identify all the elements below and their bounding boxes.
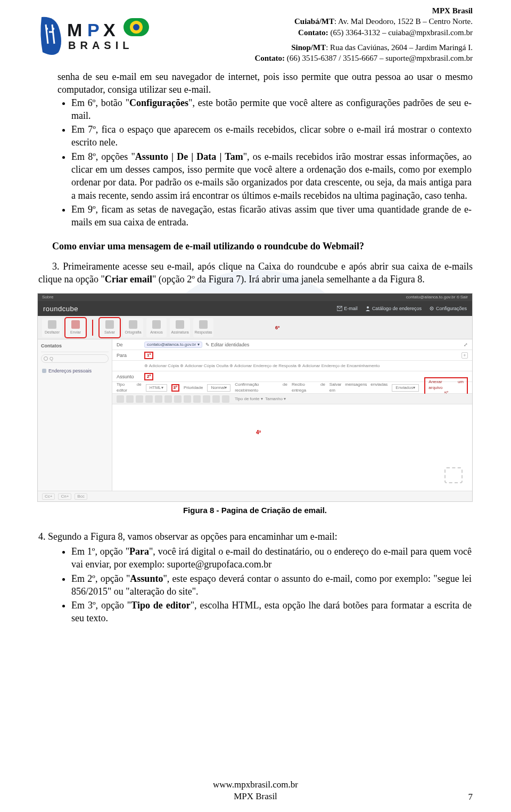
fig-row-subject: Assunto 2º bbox=[112, 371, 472, 382]
signature-icon bbox=[176, 320, 184, 329]
page-header: M P X BRASIL MPX Brasil Cuiabá/MT: Av. M… bbox=[38, 0, 473, 64]
svg-text:P: P bbox=[87, 20, 100, 40]
svg-point-13 bbox=[367, 306, 369, 308]
gear-icon bbox=[429, 306, 434, 311]
fig-sidebar: Contatos Q Endereços pessoais bbox=[38, 339, 112, 491]
footer-site: www.mpxbrasil.com.br bbox=[0, 779, 511, 791]
editor-btn-icon[interactable] bbox=[222, 395, 229, 403]
fig-row-from: De contato@alianca.to.gov.br ▾ ✎ Editar … bbox=[112, 339, 472, 350]
fig-tb-send[interactable]: Enviar bbox=[65, 318, 86, 337]
svg-text:M: M bbox=[67, 20, 82, 40]
fig-marker-1: 1º bbox=[144, 352, 153, 360]
editor-btn-icon[interactable] bbox=[155, 395, 162, 403]
bullet-a-3: Em 8º, opções "Assunto | De | Data | Tam… bbox=[71, 150, 472, 202]
svg-point-10 bbox=[133, 24, 139, 30]
fig-side-personal[interactable]: Endereços pessoais bbox=[41, 366, 109, 376]
fig-brandbar: roundcube E-mail Catálogo de endereços C… bbox=[38, 301, 472, 316]
fig-tab-address[interactable]: Catálogo de endereços bbox=[365, 305, 422, 312]
fig-tab-settings[interactable]: Configurações bbox=[429, 305, 467, 312]
sub-heading-send-email: Como enviar uma mensagem de e-mail utili… bbox=[52, 240, 473, 253]
fig-tb-spell[interactable]: Ortografia bbox=[123, 318, 143, 337]
svg-text:BRASIL: BRASIL bbox=[68, 39, 133, 51]
page-number: 7 bbox=[468, 792, 473, 802]
back-icon bbox=[48, 320, 56, 329]
fig-marker-4: 4º bbox=[256, 429, 261, 436]
svg-text:X: X bbox=[103, 20, 116, 40]
bullet-b-2: Em 2º, opção "Assunto", este espaço deve… bbox=[71, 572, 472, 598]
intro-continuation: senha de seu e-mail em seu navegador de … bbox=[57, 70, 473, 96]
fig-side-title: Contatos bbox=[41, 343, 109, 352]
bullet-a-2: Em 7º, fica o espaço que aparecem os e-m… bbox=[71, 123, 472, 149]
fig-edit-identities[interactable]: ✎ Editar identidades bbox=[205, 342, 250, 348]
bullets-section-b: Em 1º, opção "Para", você irá digital o … bbox=[71, 545, 473, 625]
editor-btn-icon[interactable] bbox=[212, 395, 220, 403]
fig-save-folder-select[interactable]: Enviados ▾ bbox=[392, 384, 419, 392]
fig-tb-back[interactable]: Desfazer bbox=[42, 318, 62, 337]
figure-8-wrapper: Sobre contato@alianca.to.gov.br ⎋ Sair r… bbox=[37, 293, 473, 516]
fig-toolbar: Desfazer Enviar Salvar Ortografia Anexos… bbox=[38, 316, 472, 339]
fig-tb-attach[interactable]: Anexos bbox=[146, 318, 167, 337]
fig-editor-type-select[interactable]: HTML ▾ bbox=[146, 384, 167, 392]
header-address-block: MPX Brasil Cuiabá/MT: Av. Mal Deodoro, 1… bbox=[161, 5, 473, 63]
fig-drop-zone-icon[interactable] bbox=[444, 467, 463, 483]
fig-tb-signature[interactable]: Assinatura bbox=[170, 318, 190, 337]
editor-btn-icon[interactable] bbox=[145, 395, 153, 403]
envelope-icon bbox=[337, 306, 342, 311]
figure-8-caption: Figura 8 - Pagina de Criação de email. bbox=[37, 505, 473, 516]
company-name: MPX Brasil bbox=[432, 6, 473, 15]
add-recipient-icon[interactable]: + bbox=[461, 352, 468, 359]
spellcheck-icon bbox=[129, 320, 137, 329]
attach-icon bbox=[152, 320, 161, 329]
fig-fb-cc[interactable]: Cc+ bbox=[42, 493, 55, 500]
bullet-a-4: Em 9º, ficam as setas de navegação, esta… bbox=[71, 203, 472, 229]
search-icon bbox=[44, 356, 48, 361]
editor-btn-icon[interactable] bbox=[193, 395, 201, 403]
responses-icon bbox=[199, 320, 208, 329]
expand-icon[interactable]: ⤢ bbox=[464, 342, 468, 348]
fig-tab-email[interactable]: E-mail bbox=[337, 305, 358, 312]
fig-delivery-status[interactable]: Recibo de entrega bbox=[292, 382, 325, 394]
fig-topbar: Sobre contato@alianca.to.gov.br ⎋ Sair bbox=[38, 294, 472, 301]
fig-tb-save[interactable]: Salvar bbox=[100, 318, 120, 337]
bullet-b-3: Em 3º, opção "Tipo de editor", escolha H… bbox=[71, 599, 472, 625]
fig-main-area: De contato@alianca.to.gov.br ▾ ✎ Editar … bbox=[112, 339, 472, 491]
editor-btn-icon[interactable] bbox=[164, 395, 172, 403]
editor-btn-icon[interactable] bbox=[136, 395, 143, 403]
fig-editor-toolbar: Tipo de fonte ▾ Tamanho ▾ bbox=[112, 394, 472, 404]
editor-btn-icon[interactable] bbox=[117, 395, 124, 403]
paragraph-4: 4. Segundo a Figura 8, vamos observar as… bbox=[38, 530, 473, 543]
bullet-a-1: Em 6º, botão "Configurações", este botão… bbox=[71, 96, 472, 123]
fig-row-to: Para 1º + bbox=[112, 350, 472, 361]
fig-marker-6: 6º bbox=[275, 324, 279, 331]
fig-compose-body[interactable]: 4º bbox=[112, 404, 472, 491]
send-icon bbox=[71, 320, 80, 329]
paragraph-3: 3. Primeiramente acesse seu e-mail, após… bbox=[38, 260, 473, 286]
fig-marker-2: 2º bbox=[144, 373, 153, 381]
fig-main-tabs: E-mail Catálogo de endereços Configuraçõ… bbox=[337, 305, 467, 312]
svg-point-3 bbox=[46, 28, 48, 30]
editor-btn-icon[interactable] bbox=[184, 395, 191, 403]
fig-brand-roundcube: roundcube bbox=[43, 304, 78, 314]
fig-footer-bar: Cc+ Cn+ Bcc bbox=[38, 491, 472, 501]
fig-fb-bcc[interactable]: Bcc bbox=[75, 493, 87, 500]
fig-top-user: contato@alianca.to.gov.br ⎋ Sair bbox=[406, 295, 468, 301]
editor-btn-icon[interactable] bbox=[203, 395, 210, 403]
editor-btn-icon[interactable] bbox=[174, 395, 182, 403]
fig-row-extra-recipients: ⊕ Adicionar Cópia ⊕ Adicionar Cópia Ocul… bbox=[112, 361, 472, 371]
figure-8-roundcube-compose: Sobre contato@alianca.to.gov.br ⎋ Sair r… bbox=[37, 293, 473, 502]
fig-row-options: Tipo de editor HTML ▾ 3º Prioridade Norm… bbox=[112, 382, 472, 394]
body-content: senha de seu e-mail em seu navegador de … bbox=[38, 70, 473, 625]
mpx-logo: M P X BRASIL bbox=[38, 5, 161, 64]
fig-from-value[interactable]: contato@alianca.to.gov.br ▾ bbox=[144, 342, 202, 348]
fig-read-receipt[interactable]: Confirmação de recebimento bbox=[235, 382, 287, 394]
fig-tb-responses[interactable]: Respostas bbox=[193, 318, 213, 337]
save-icon bbox=[105, 320, 114, 329]
svg-point-15 bbox=[431, 308, 432, 309]
person-icon bbox=[365, 306, 370, 311]
fig-fb-cn[interactable]: Cn+ bbox=[58, 493, 71, 500]
editor-btn-icon[interactable] bbox=[126, 395, 134, 403]
fig-side-search[interactable]: Q bbox=[41, 354, 109, 363]
fig-top-about: Sobre bbox=[42, 295, 53, 301]
fig-priority-select[interactable]: Normal ▾ bbox=[207, 384, 230, 392]
fig-red-separator bbox=[92, 320, 93, 336]
